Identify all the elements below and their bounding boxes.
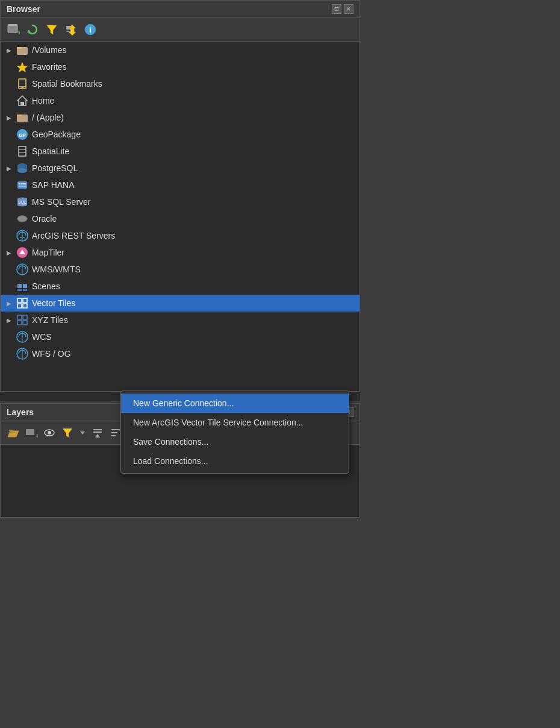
- svg-rect-39: [23, 284, 27, 288]
- add-layer-layers-button[interactable]: +: [23, 425, 39, 441]
- tree-label-xyz: XYZ Tiles: [32, 315, 68, 325]
- svg-rect-18: [17, 115, 22, 116]
- tree-item-apple[interactable]: / (Apple): [1, 109, 359, 126]
- svg-rect-66: [111, 429, 120, 430]
- tree-item-sap-hana[interactable]: SAP HANA: [1, 177, 359, 193]
- tree-item-home[interactable]: Home: [1, 92, 359, 109]
- context-menu-load-connections[interactable]: Load Connections...: [121, 451, 349, 471]
- svg-text:i: i: [89, 25, 92, 34]
- home-icon: [16, 95, 28, 107]
- tree-item-volumes[interactable]: /Volumes: [1, 42, 359, 58]
- xyz-tiles-icon: [16, 314, 28, 326]
- tree-label-oracle: Oracle: [32, 214, 57, 224]
- arcgis-icon: [16, 230, 28, 242]
- vector-tiles-icon: [16, 297, 28, 309]
- tree-item-maptiler[interactable]: MapTiler: [1, 244, 359, 261]
- svg-rect-64: [93, 431, 102, 433]
- expand-all-icon: [110, 427, 122, 439]
- filter-layers-button[interactable]: [60, 425, 75, 441]
- tree-item-geopackage[interactable]: GP GeoPackage: [1, 126, 359, 143]
- browser-toolbar: +: [1, 18, 359, 42]
- tree-item-favorites[interactable]: Favorites: [1, 58, 359, 75]
- move-layer-down-button[interactable]: [90, 425, 105, 441]
- context-menu-save-connections[interactable]: Save Connections...: [121, 432, 349, 451]
- svg-rect-26: [17, 181, 27, 189]
- svg-text:+: +: [36, 433, 38, 439]
- svg-rect-56: [9, 430, 13, 431]
- tree-label-arcgis: ArcGIS REST Servers: [32, 231, 115, 240]
- close-button[interactable]: ✕: [344, 4, 353, 14]
- svg-rect-1: [8, 24, 17, 26]
- tree-item-spatialite[interactable]: SpatiaLite: [1, 143, 359, 160]
- arrow-volumes: [5, 46, 13, 54]
- browser-panel-header: Browser ⊡ ✕: [1, 1, 359, 18]
- svg-rect-68: [111, 435, 116, 436]
- tree-label-mssql: MS SQL Server: [32, 197, 91, 207]
- tree-label-home: Home: [32, 96, 54, 105]
- svg-text:SQL: SQL: [18, 200, 26, 205]
- arrow-apple: [5, 114, 13, 121]
- tree-label-wms: WMS/WMTS: [32, 265, 81, 274]
- svg-marker-12: [17, 62, 28, 72]
- restore-button[interactable]: ⊡: [332, 4, 341, 14]
- chevron-down-icon: [79, 430, 86, 436]
- svg-rect-63: [93, 429, 102, 430]
- toggle-visibility-button[interactable]: [42, 425, 57, 441]
- svg-point-60: [48, 431, 51, 435]
- wfs-icon: [16, 348, 28, 360]
- scenes-icon: [16, 280, 28, 292]
- tree-label-wfs: WFS / OG: [32, 349, 71, 359]
- svg-rect-67: [111, 432, 117, 433]
- refresh-button[interactable]: [25, 22, 40, 37]
- svg-rect-27: [19, 183, 20, 184]
- arrow-xyz: [5, 316, 13, 324]
- tree-label-vector-tiles: Vector Tiles: [32, 298, 75, 308]
- svg-rect-49: [23, 321, 27, 325]
- filter-dropdown-button[interactable]: [78, 425, 87, 441]
- tree-item-oracle[interactable]: Oracle: [1, 210, 359, 227]
- browser-tree: /Volumes Favorites Spatial Bookmarks: [1, 42, 359, 391]
- svg-rect-57: [26, 429, 34, 435]
- wms-icon: [16, 263, 28, 275]
- svg-point-25: [17, 168, 27, 173]
- svg-rect-45: [23, 304, 27, 308]
- layers-title: Layers: [7, 407, 34, 417]
- context-menu-new-arcgis-vector[interactable]: New ArcGIS Vector Tile Service Connectio…: [121, 413, 349, 432]
- svg-rect-55: [8, 432, 16, 433]
- tree-item-arcgis[interactable]: ArcGIS REST Servers: [1, 227, 359, 244]
- tree-item-xyz-tiles[interactable]: XYZ Tiles: [1, 312, 359, 328]
- arrow-vector-tiles: [5, 300, 13, 307]
- move-down-icon: [92, 427, 104, 439]
- add-layer-layers-icon: +: [25, 426, 38, 439]
- svg-rect-38: [17, 284, 22, 288]
- info-icon: i: [84, 24, 96, 36]
- info-button[interactable]: i: [82, 22, 98, 37]
- browser-panel: Browser ⊡ ✕ +: [0, 0, 360, 392]
- browser-title: Browser: [7, 4, 40, 14]
- svg-marker-3: [27, 30, 31, 33]
- svg-rect-28: [21, 183, 26, 184]
- filter-button[interactable]: [44, 22, 60, 37]
- tree-item-postgresql[interactable]: PostgreSQL: [1, 160, 359, 177]
- arrow-maptiler: [5, 249, 13, 256]
- tree-item-wfs[interactable]: WFS / OG: [1, 345, 359, 362]
- context-menu: New Generic Connection... New ArcGIS Vec…: [120, 391, 349, 474]
- tree-item-scenes[interactable]: Scenes: [1, 278, 359, 295]
- tree-item-vector-tiles[interactable]: Vector Tiles: [1, 295, 359, 312]
- svg-rect-44: [17, 304, 22, 308]
- open-layer-icon: [7, 426, 20, 439]
- spatialite-icon: [16, 145, 28, 157]
- collapse-button[interactable]: [63, 22, 79, 37]
- svg-rect-48: [17, 321, 22, 325]
- oracle-icon: [16, 213, 28, 225]
- tree-item-spatial-bookmarks[interactable]: Spatial Bookmarks: [1, 75, 359, 92]
- context-menu-new-generic[interactable]: New Generic Connection...: [121, 394, 349, 413]
- tree-item-wcs[interactable]: WCS: [1, 328, 359, 345]
- svg-rect-46: [17, 315, 22, 319]
- tree-item-mssql[interactable]: SQL MS SQL Server: [1, 193, 359, 210]
- tree-item-wms[interactable]: WMS/WMTS: [1, 261, 359, 278]
- add-layer-button[interactable]: +: [5, 22, 21, 37]
- folder-apple-icon: [16, 111, 28, 124]
- open-layer-button[interactable]: [5, 425, 21, 441]
- svg-rect-11: [17, 47, 22, 49]
